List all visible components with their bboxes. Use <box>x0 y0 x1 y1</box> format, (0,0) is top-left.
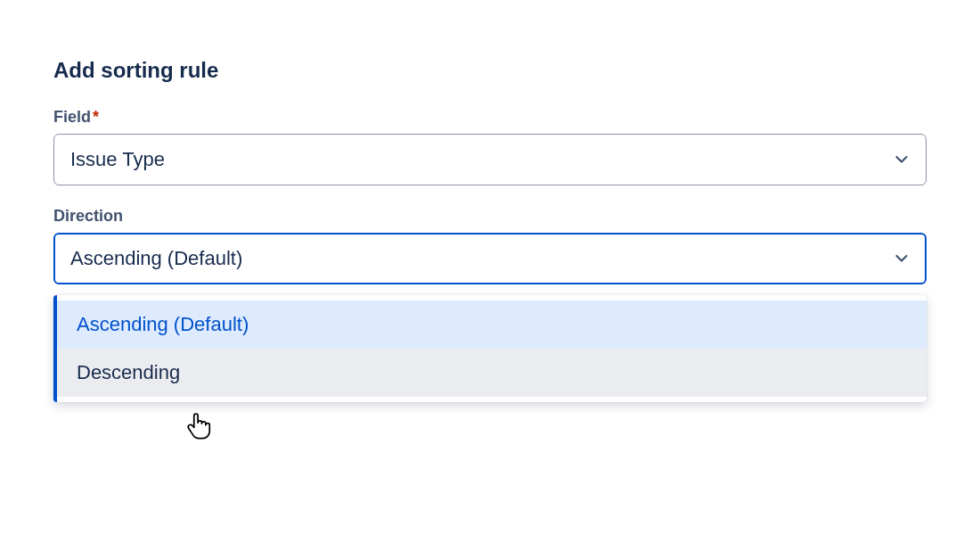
dialog-title: Add sorting rule <box>53 58 927 83</box>
field-select[interactable]: Issue Type <box>53 134 927 185</box>
direction-label: Direction <box>53 207 927 226</box>
direction-select-value: Ascending (Default) <box>70 247 242 270</box>
field-label-text: Field <box>53 108 91 126</box>
cursor-hand-icon <box>186 411 211 440</box>
chevron-down-icon <box>894 152 910 168</box>
direction-select[interactable]: Ascending (Default) <box>53 233 927 284</box>
direction-dropdown: Ascending (Default) Descending <box>53 295 927 402</box>
field-group: Field* Issue Type <box>53 108 927 185</box>
direction-option-ascending[interactable]: Ascending (Default) <box>57 300 927 349</box>
field-select-value: Issue Type <box>70 148 165 171</box>
field-label: Field* <box>53 108 927 127</box>
direction-option-descending[interactable]: Descending <box>57 349 927 397</box>
required-indicator: * <box>93 108 99 126</box>
chevron-down-icon <box>894 251 910 267</box>
direction-label-text: Direction <box>53 207 123 225</box>
direction-group: Direction Ascending (Default) Ascending … <box>53 207 927 284</box>
